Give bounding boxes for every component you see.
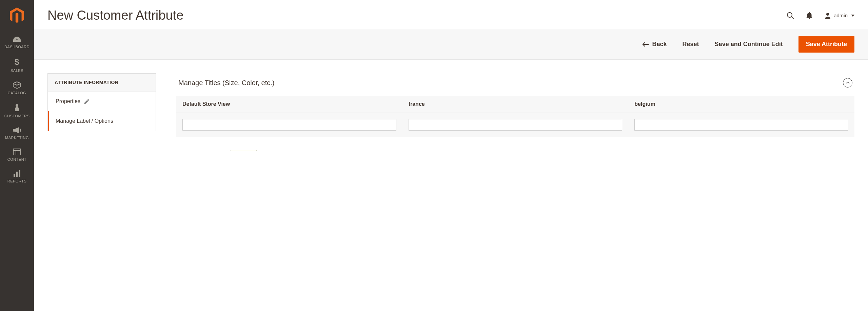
- title-input-default-store-view[interactable]: [182, 119, 396, 131]
- megaphone-icon: [13, 127, 21, 134]
- section-title: Manage Titles (Size, Color, etc.): [178, 79, 274, 87]
- sidebar-label: SALES: [11, 69, 23, 73]
- tooltip: Properties: [231, 150, 257, 151]
- col-header: belgium: [628, 96, 854, 113]
- table-header-row: Default Store View france belgium: [176, 96, 854, 113]
- search-icon[interactable]: [786, 12, 794, 20]
- attribute-info-title: ATTRIBUTE INFORMATION: [48, 74, 156, 92]
- reset-button[interactable]: Reset: [683, 41, 699, 48]
- table-row: [176, 113, 854, 137]
- sidebar-item-sales[interactable]: $ SALES: [0, 54, 34, 77]
- back-button[interactable]: Back: [642, 41, 667, 48]
- reset-label: Reset: [683, 41, 699, 48]
- layout-icon: [13, 149, 21, 151]
- collapse-toggle[interactable]: [843, 78, 852, 88]
- action-bar: Back Reset Save and Continue Edit Save A…: [34, 29, 868, 60]
- svg-point-8: [787, 13, 792, 17]
- svg-line-9: [791, 17, 794, 19]
- svg-text:$: $: [15, 58, 19, 66]
- dollar-icon: $: [14, 58, 20, 66]
- back-label: Back: [652, 41, 667, 48]
- save-continue-label: Save and Continue Edit: [715, 41, 783, 48]
- sidebar-label: CATALOG: [8, 91, 26, 95]
- sidebar-item-dashboard[interactable]: DASHBOARD: [0, 32, 34, 54]
- svg-point-10: [826, 13, 829, 16]
- sidebar-item-customers[interactable]: CUSTOMERS: [0, 100, 34, 123]
- title-input-belgium[interactable]: [634, 119, 848, 131]
- user-icon: [824, 12, 831, 19]
- save-attribute-button[interactable]: Save Attribute: [798, 36, 854, 53]
- col-header: Default Store View: [176, 96, 402, 113]
- admin-sidebar: DASHBOARD $ SALES CATALOG CUSTOMERS MARK…: [0, 0, 34, 151]
- person-icon: [14, 104, 20, 112]
- pencil-icon: [84, 99, 89, 104]
- tab-manage-label-options[interactable]: Manage Label / Options: [48, 111, 156, 131]
- page-title: New Customer Attribute: [47, 8, 183, 23]
- title-input-france[interactable]: [409, 119, 623, 131]
- sidebar-label: MARKETING: [5, 136, 29, 140]
- sidebar-label: DASHBOARD: [4, 45, 29, 49]
- tab-label: Manage Label / Options: [56, 118, 113, 124]
- sidebar-item-content[interactable]: CONTENT: [0, 144, 34, 151]
- sidebar-item-marketing[interactable]: MARKETING: [0, 123, 34, 144]
- sidebar-label: CUSTOMERS: [4, 114, 30, 118]
- bell-icon[interactable]: [806, 12, 813, 19]
- chevron-up-icon: [846, 81, 850, 84]
- titles-table: Default Store View france belgium: [176, 96, 854, 137]
- sidebar-item-catalog[interactable]: CATALOG: [0, 77, 34, 100]
- box-icon: [13, 81, 21, 89]
- tab-label: Properties: [56, 98, 80, 104]
- save-label: Save Attribute: [806, 41, 847, 48]
- attribute-info-panel: ATTRIBUTE INFORMATION Properties Manage …: [47, 73, 156, 131]
- save-continue-button[interactable]: Save and Continue Edit: [715, 41, 783, 48]
- page-header: New Customer Attribute admin: [34, 0, 868, 29]
- tab-properties[interactable]: Properties: [48, 92, 156, 111]
- chevron-down-icon: [851, 15, 854, 17]
- svg-point-1: [16, 104, 18, 107]
- user-menu[interactable]: admin: [824, 12, 854, 19]
- arrow-left-icon: [642, 42, 649, 47]
- dashboard-icon: [13, 36, 21, 43]
- user-name: admin: [834, 13, 848, 18]
- col-header: france: [402, 96, 629, 113]
- magento-logo-icon[interactable]: [10, 7, 24, 24]
